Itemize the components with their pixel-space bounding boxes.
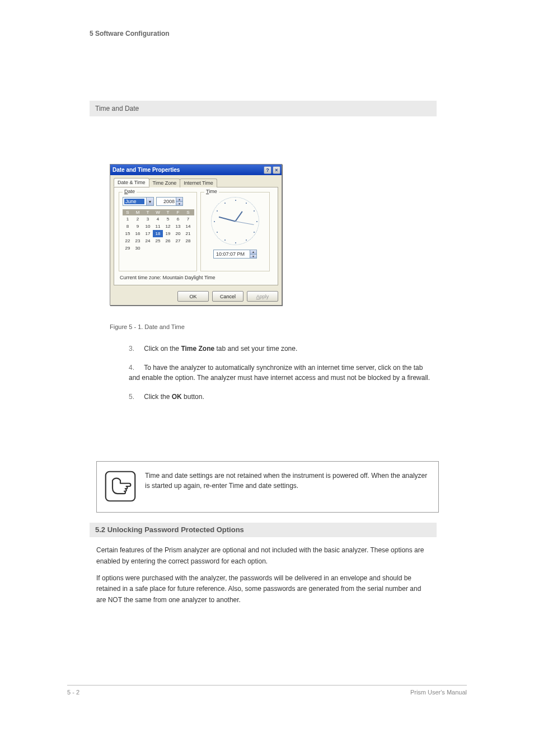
step-number: 4. [129, 363, 142, 373]
calendar-day-cell[interactable]: 7 [183, 215, 193, 223]
date-group: Date June ▼ 2008 ▲ ▼ [119, 192, 197, 271]
calendar-day-cell[interactable]: 5 [163, 215, 173, 223]
spinner-down-icon[interactable]: ▼ [250, 254, 256, 259]
weekday-cell: F [173, 209, 183, 215]
step-number: 3. [129, 344, 142, 354]
tab-strip: Date & Time Time Zone Internet Time [110, 175, 282, 187]
calendar-day-cell[interactable]: 28 [183, 237, 193, 245]
calendar-day-cell[interactable]: 21 [183, 230, 193, 237]
section-banner-time-date: Time and Date [90, 101, 437, 116]
page-number: 5 - 2 [67, 689, 79, 696]
calendar-day-cell[interactable]: 17 [143, 230, 153, 237]
instruction-steps: 3. Click on the Time Zone tab and set yo… [129, 344, 433, 411]
close-button[interactable]: × [273, 166, 280, 174]
hour-hand [235, 211, 242, 222]
time-group: Time 10:07:07 PM ▲ ▼ [200, 192, 270, 271]
spinner-down-icon[interactable]: ▼ [176, 201, 182, 206]
time-legend: Time [204, 189, 219, 194]
step-5: 5. Click the OK button. [129, 392, 433, 402]
calendar-day-cell[interactable]: 16 [133, 230, 143, 237]
chevron-down-icon: ▼ [146, 198, 153, 205]
calendar-day-cell[interactable]: 10 [143, 223, 153, 230]
cancel-button[interactable]: Cancel [212, 291, 243, 302]
month-dropdown[interactable]: June ▼ [123, 197, 154, 206]
window-title: Date and Time Properties [113, 167, 263, 173]
year-spinner[interactable]: 2008 ▲ ▼ [156, 197, 183, 206]
calendar-day-cell[interactable]: 19 [163, 230, 173, 237]
figure-caption: Figure 5 - 1. Date and Time [110, 323, 185, 330]
calendar-day-cell[interactable]: 22 [123, 237, 133, 245]
apply-button[interactable]: Apply [247, 291, 278, 302]
date-legend: Date [123, 189, 137, 194]
tab-panel: Date June ▼ 2008 ▲ ▼ [114, 187, 278, 285]
step-4: 4. To have the analyzer to automatically… [129, 363, 433, 383]
month-value: June [124, 199, 144, 204]
minute-hand [219, 217, 235, 222]
calendar-day-cell[interactable]: 26 [163, 237, 173, 245]
weekday-cell: T [163, 209, 173, 215]
weekday-cell: M [133, 209, 143, 215]
section-body: Certain features of the Prism analyzer a… [96, 545, 432, 612]
page-footer: 5 - 2 Prism User's Manual [67, 685, 467, 696]
date-time-dialog-screenshot: Date and Time Properties ? × Date & Time… [110, 164, 282, 306]
page-header: 5 Software Configuration [90, 29, 478, 37]
calendar-day-cell[interactable]: 24 [143, 237, 153, 245]
weekday-cell: S [123, 209, 133, 215]
calendar-day-cell[interactable]: 18 [153, 230, 163, 237]
time-spinner[interactable]: 10:07:07 PM ▲ ▼ [213, 250, 257, 259]
calendar-day-cell[interactable]: 14 [183, 223, 193, 230]
section-paragraph: If options were purchased with the analy… [96, 573, 432, 606]
step-number: 5. [129, 392, 142, 402]
weekday-cell: T [143, 209, 153, 215]
section-paragraph: Certain features of the Prism analyzer a… [96, 545, 432, 567]
calendar-day-cell[interactable]: 20 [173, 230, 183, 237]
calendar-day-cell[interactable]: 6 [173, 215, 183, 223]
calendar-day-cell[interactable]: 1 [123, 215, 133, 223]
dialog-button-row: OK Cancel Apply [110, 289, 282, 305]
pointing-hand-icon [105, 471, 136, 502]
calendar-day-cell[interactable]: 27 [173, 237, 183, 245]
header-chapter-title: 5 Software Configuration [90, 30, 170, 37]
calendar-day-cell[interactable]: 30 [133, 245, 143, 252]
calendar-day-cell[interactable]: 13 [173, 223, 183, 230]
tab-internet-time[interactable]: Internet Time [180, 179, 217, 187]
calendar-weekday-header: SMTWTFS [123, 209, 194, 215]
calendar-day-cell[interactable]: 4 [153, 215, 163, 223]
weekday-cell: S [183, 209, 193, 215]
help-button[interactable]: ? [264, 166, 271, 174]
calendar-day-cell[interactable]: 3 [143, 215, 153, 223]
year-value: 2008 [158, 199, 175, 204]
note-text: Time and date settings are not retained … [145, 471, 430, 502]
titlebar: Date and Time Properties ? × [110, 165, 282, 175]
calendar-day-cell[interactable]: 11 [153, 223, 163, 230]
section-heading-5-2: 5.2 Unlocking Password Protected Options [90, 523, 437, 537]
calendar-day-cell[interactable]: 15 [123, 230, 133, 237]
second-hand [235, 221, 254, 225]
calendar-day-cell[interactable]: 12 [163, 223, 173, 230]
calendar-day-cell[interactable]: 9 [133, 223, 143, 230]
date-time-properties-window: Date and Time Properties ? × Date & Time… [110, 164, 282, 306]
calendar-day-cell[interactable]: 25 [153, 237, 163, 245]
time-value: 10:07:07 PM [215, 251, 251, 257]
calendar-day-cell[interactable]: 29 [123, 245, 133, 252]
ok-button[interactable]: OK [177, 291, 209, 302]
manual-title: Prism User's Manual [410, 689, 467, 696]
current-time-zone-label: Current time zone: Mountain Daylight Tim… [119, 275, 273, 280]
weekday-cell: W [153, 209, 163, 215]
note-box: Time and date settings are not retained … [96, 461, 439, 513]
tab-date-time[interactable]: Date & Time [114, 178, 149, 187]
analog-clock [211, 197, 259, 245]
calendar: SMTWTFS 12345678910111213141516171819202… [123, 209, 194, 252]
calendar-day-cell[interactable]: 8 [123, 223, 133, 230]
calendar-day-cell[interactable]: 2 [133, 215, 143, 223]
calendar-grid[interactable]: 1234567891011121314151617181920212223242… [123, 215, 194, 252]
step-3: 3. Click on the Time Zone tab and set yo… [129, 344, 433, 354]
tab-time-zone[interactable]: Time Zone [149, 179, 181, 187]
calendar-day-cell[interactable]: 23 [133, 237, 143, 245]
